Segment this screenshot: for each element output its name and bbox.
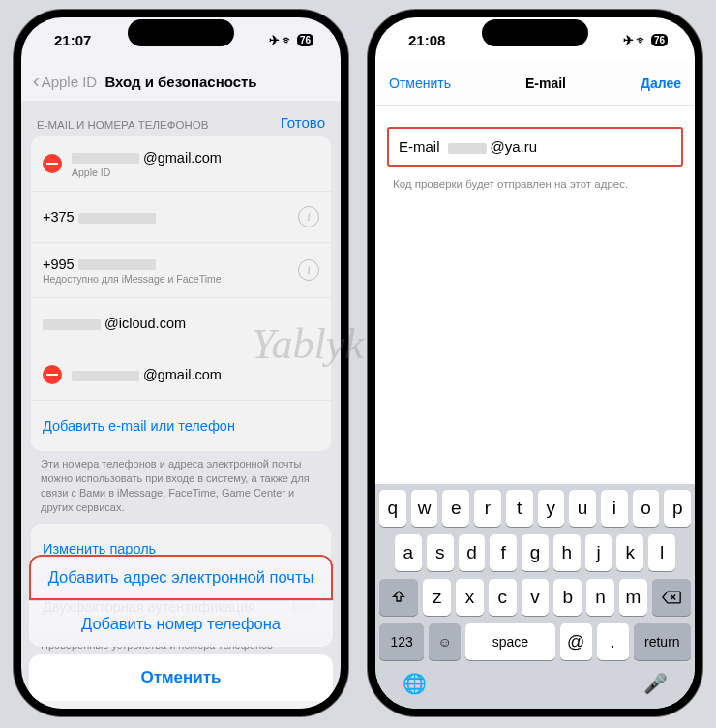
email-field[interactable]: E-mail @ya.ru [387,127,683,167]
done-button[interactable]: Готово [281,114,325,131]
status-time: 21:07 [54,32,91,48]
field-value: @ya.ru [491,138,538,155]
letter-key[interactable]: k [616,534,643,571]
letter-key[interactable]: m [619,579,647,616]
back-label: Apple ID [42,74,98,90]
letter-key[interactable]: a [395,534,422,571]
backspace-key[interactable] [652,579,691,616]
letter-key[interactable]: u [569,490,596,527]
battery-indicator: 76 [297,34,313,46]
page-title: Вход и безопасность [104,74,256,90]
letter-key[interactable]: q [379,490,406,527]
list-item[interactable]: @icloud.com [31,298,331,349]
numbers-key[interactable]: 123 [379,623,424,660]
section-header: E-MAIL И НОМЕРА ТЕЛЕФОНОВ [37,119,208,131]
dynamic-island [482,19,588,46]
add-contact-button[interactable]: Добавить e-mail или телефон [31,401,331,451]
delete-icon[interactable] [43,154,62,173]
next-button[interactable]: Далее [641,76,681,91]
letter-key[interactable]: x [456,579,484,616]
letter-key[interactable]: d [459,534,486,571]
battery-indicator: 76 [651,34,668,46]
emoji-key[interactable]: ☺ [429,623,461,660]
letter-key[interactable]: p [664,490,691,527]
info-icon[interactable]: i [298,259,319,281]
letter-key[interactable]: o [633,490,660,527]
list-item[interactable]: +375 i [31,192,331,243]
letter-key[interactable]: v [522,579,550,616]
field-label: E-mail [399,138,440,155]
letter-key[interactable]: s [427,534,454,571]
letter-key[interactable]: t [506,490,533,527]
contacts-list: @gmail.com Apple ID +375 i +995 Недоступ… [31,136,331,451]
nav-bar: Отменить E-mail Далее [375,62,695,106]
section-footer: Эти номера телефонов и адреса электронно… [21,451,341,524]
cancel-button[interactable]: Отменить [29,654,333,701]
list-item[interactable]: +995 Недоступно для iMessage и FaceTime … [31,243,331,298]
phone-left: 21:07 ✈︎ ᯤ 76 ‹ Apple ID Вход и безопасн… [14,10,348,716]
add-email-button[interactable]: Добавить адрес электронной почты [29,555,333,601]
return-key[interactable]: return [634,623,691,660]
letter-key[interactable]: y [538,490,565,527]
cancel-button[interactable]: Отменить [389,76,451,91]
dot-key[interactable]: . [597,623,629,660]
action-sheet: Добавить адрес электронной почты Добавит… [29,555,333,701]
list-item[interactable]: @gmail.com Apple ID [31,136,331,192]
letter-key[interactable]: g [522,534,549,571]
phone-right: 21:08 ✈︎ ᯤ 76 Отменить E-mail Далее E-ma… [368,10,702,716]
space-key[interactable]: space [465,623,554,660]
field-hint: Код проверки будет отправлен на этот адр… [375,172,695,196]
dynamic-island [128,19,234,46]
status-time: 21:08 [408,32,445,48]
list-item[interactable]: @gmail.com [31,349,331,401]
letter-key[interactable]: i [601,490,628,527]
letter-key[interactable]: c [489,579,517,616]
airplane-wifi-icons: ✈︎ ᯤ [623,33,647,47]
letter-key[interactable]: r [474,490,501,527]
globe-icon[interactable]: 🌐 [403,672,427,695]
page-title: E-mail [525,76,566,91]
letter-key[interactable]: n [586,579,614,616]
letter-key[interactable]: l [648,534,675,571]
shift-key[interactable] [379,579,418,616]
letter-key[interactable]: z [423,579,451,616]
on-screen-keyboard: qwertyuiop asdfghjkl zxcvbnm 123 ☺ space… [375,484,695,709]
letter-key[interactable]: w [411,490,438,527]
airplane-wifi-icons: ✈︎ ᯤ [269,33,293,47]
letter-key[interactable]: e [442,490,469,527]
letter-key[interactable]: h [553,534,581,571]
letter-key[interactable]: b [553,579,582,616]
mic-icon[interactable]: 🎤 [643,672,668,695]
delete-icon[interactable] [43,365,62,384]
nav-bar: ‹ Apple ID Вход и безопасность [21,62,341,101]
add-phone-button[interactable]: Добавить номер телефона [29,601,333,647]
back-button[interactable]: ‹ Apple ID [33,74,97,90]
info-icon[interactable]: i [298,206,319,228]
at-key[interactable]: @ [560,623,592,660]
letter-key[interactable]: f [490,534,517,571]
letter-key[interactable]: j [585,534,612,571]
